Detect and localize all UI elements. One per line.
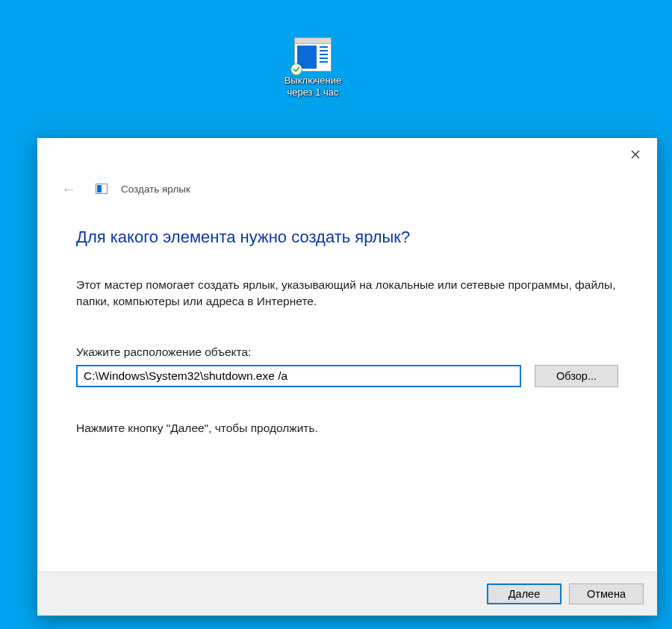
create-shortcut-dialog: ← Создать ярлык Для какого элемента нужн… (37, 138, 657, 616)
close-button[interactable] (618, 143, 653, 166)
back-button[interactable]: ← (58, 180, 79, 198)
hint-text: Нажмите кнопку "Далее", чтобы продолжить… (76, 422, 618, 435)
dialog-description: Этот мастер помогает создать ярлык, указ… (76, 277, 618, 310)
next-button[interactable]: Далее (487, 583, 561, 604)
wizard-icon (96, 184, 108, 194)
cancel-button[interactable]: Отмена (569, 583, 644, 604)
path-label: Укажите расположение объекта: (76, 345, 618, 359)
checkmark-icon (290, 63, 302, 75)
desktop-shortcut[interactable]: Выключение через 1 час (273, 37, 353, 98)
dialog-footer: Далее Отмена (37, 572, 657, 616)
dialog-heading: Для какого элемента нужно создать ярлык? (76, 228, 618, 247)
browse-button[interactable]: Обзор... (535, 365, 618, 387)
path-input[interactable] (76, 365, 521, 387)
wizard-title: Создать ярлык (121, 184, 190, 195)
shortcut-label: Выключение через 1 час (273, 75, 353, 98)
shortcut-icon (294, 37, 332, 72)
